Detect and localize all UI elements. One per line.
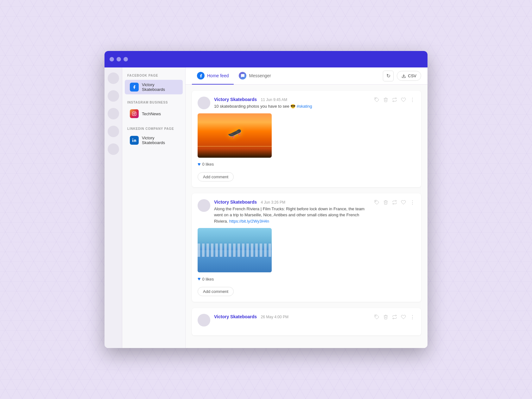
likes-text-2: 0 likes [202, 277, 214, 282]
icon-sidebar-item-2[interactable] [108, 90, 119, 102]
post-meta-3: Victory Skateboards 26 May 4:00 PM [214, 314, 370, 320]
likes-count-2: ♥ 0 likes [198, 276, 214, 282]
app-window: Facebook Page Victory Skateboards Instag… [104, 51, 428, 348]
post-header-3: Victory Skateboards 26 May 4:00 PM [198, 314, 415, 326]
post-avatar-2 [198, 199, 210, 212]
post-author-2: Victory Skateboards [214, 200, 257, 205]
icon-sidebar-item-5[interactable] [108, 143, 119, 155]
main-layout: Facebook Page Victory Skateboards Instag… [104, 67, 428, 348]
svg-point-2 [135, 112, 136, 113]
traffic-light-close[interactable] [110, 57, 114, 61]
tag-action-icon-3[interactable] [374, 314, 380, 320]
post-time-2: 4 Jun 3:26 PM [261, 200, 285, 205]
post-link-2[interactable]: https://bit.ly/2Wy3H4n [229, 219, 269, 224]
icon-sidebar [104, 67, 122, 348]
repost-action-icon-1[interactable] [391, 97, 398, 103]
harbor-image [198, 228, 272, 272]
post-card-3: Victory Skateboards 26 May 4:00 PM [192, 308, 421, 335]
post-actions-right-3: ⋮ [374, 314, 415, 320]
sidebar-item-technews[interactable]: TechNews [125, 107, 183, 121]
facebook-tab-icon [197, 72, 205, 79]
like-action-icon-2[interactable] [400, 199, 407, 206]
nav-section-linkedin: LinkedIn Company Page Victory Skateboard… [122, 127, 185, 148]
repost-action-icon-2[interactable] [391, 199, 398, 206]
more-action-icon-3[interactable]: ⋮ [409, 314, 415, 320]
more-action-icon-1[interactable]: ⋮ [409, 97, 415, 103]
skate-image: 🛹 [198, 113, 272, 158]
post-meta-2: Victory Skateboards 4 Jun 3:26 PM Along … [214, 199, 370, 225]
repost-action-icon-3[interactable] [391, 314, 398, 320]
nav-sidebar: Facebook Page Victory Skateboards Instag… [122, 67, 186, 348]
tab-home-feed-label: Home feed [207, 73, 229, 78]
sidebar-item-victory-linkedin[interactable]: Victory Skateboards [125, 133, 183, 148]
content-area: Home feed Messenger ↻ [186, 67, 428, 348]
add-comment-button-1[interactable]: Add comment [198, 172, 234, 181]
icon-sidebar-item-1[interactable] [108, 73, 119, 84]
post-image-container-1: 🛹 [198, 113, 415, 158]
like-action-icon-3[interactable] [400, 314, 407, 320]
icon-sidebar-item-4[interactable] [108, 126, 119, 137]
post-header-2: Victory Skateboards 4 Jun 3:26 PM Along … [198, 199, 415, 225]
sidebar-item-technews-label: TechNews [142, 111, 161, 116]
facebook-page-icon [130, 83, 139, 92]
refresh-button[interactable]: ↻ [383, 71, 394, 81]
post-image-1: 🛹 [198, 113, 272, 158]
post-time-1: 11 Jun 9:45 AM [261, 98, 287, 102]
title-bar [104, 51, 428, 67]
tabs-header: Home feed Messenger ↻ [186, 67, 428, 85]
traffic-light-minimize[interactable] [117, 57, 121, 61]
post-card-1: Victory Skateboards 11 Jun 9:45 AM 10 sk… [192, 91, 421, 187]
svg-point-7 [376, 316, 376, 316]
messenger-tab-icon [239, 72, 246, 79]
nav-section-label-facebook: Facebook Page [122, 74, 185, 80]
traffic-light-maximize[interactable] [124, 57, 128, 61]
download-icon [402, 74, 406, 78]
nav-section-label-instagram: Instagram Business [122, 101, 185, 107]
like-action-icon-1[interactable] [400, 97, 407, 103]
post-avatar-3 [198, 314, 210, 326]
svg-rect-0 [132, 112, 136, 116]
post-avatar-1 [198, 97, 210, 109]
post-text-1: 10 skateboarding photos you have to see … [214, 103, 370, 110]
nav-section-label-linkedin: LinkedIn Company Page [122, 127, 185, 133]
sidebar-item-victory-linkedin-label: Victory Skateboards [142, 136, 178, 145]
skater-figure: 🛹 [228, 127, 242, 140]
svg-point-3 [132, 138, 133, 139]
post-card-2: Victory Skateboards 4 Jun 3:26 PM Along … [192, 193, 421, 302]
instagram-icon [130, 109, 139, 118]
tag-action-icon-2[interactable] [374, 199, 380, 206]
tab-messenger[interactable]: Messenger [234, 67, 276, 85]
post-footer-2: ♥ 0 likes [198, 276, 415, 282]
feed: Victory Skateboards 11 Jun 9:45 AM 10 sk… [186, 85, 428, 348]
heart-icon-2: ♥ [198, 276, 201, 282]
tab-actions: ↻ CSV [383, 71, 421, 81]
likes-count-1: ♥ 0 likes [198, 162, 214, 167]
post-actions-right-2: ⋮ [374, 199, 415, 206]
icon-sidebar-item-3[interactable] [108, 108, 119, 119]
likes-text-1: 0 likes [202, 162, 214, 167]
csv-button[interactable]: CSV [397, 71, 421, 81]
delete-action-icon-3[interactable] [383, 314, 389, 320]
post-actions-right-1: ⋮ [374, 97, 415, 103]
post-hashtag-1[interactable]: #skating [297, 104, 312, 109]
post-text-2: Along the French Riviera | Film Trucks: … [214, 206, 370, 225]
post-image-container-2 [198, 228, 415, 272]
post-author-1: Victory Skateboards [214, 97, 257, 102]
post-footer-1: ♥ 0 likes [198, 162, 415, 167]
sidebar-item-victory-facebook-label: Victory Skateboards [142, 82, 178, 92]
tab-home-feed[interactable]: Home feed [192, 67, 234, 85]
add-comment-button-2[interactable]: Add comment [198, 287, 234, 296]
post-time-3: 26 May 4:00 PM [261, 315, 288, 319]
tag-action-icon-1[interactable] [374, 97, 380, 103]
delete-action-icon-2[interactable] [383, 199, 389, 206]
post-author-3: Victory Skateboards [214, 314, 257, 319]
linkedin-icon [130, 136, 139, 145]
svg-point-5 [376, 98, 376, 99]
csv-button-label: CSV [408, 73, 416, 78]
sidebar-item-victory-facebook[interactable]: Victory Skateboards [125, 80, 183, 94]
svg-point-1 [134, 113, 135, 115]
delete-action-icon-1[interactable] [383, 97, 389, 103]
nav-section-facebook: Facebook Page Victory Skateboards [122, 74, 185, 94]
post-image-2 [198, 228, 272, 272]
more-action-icon-2[interactable]: ⋮ [409, 199, 415, 206]
